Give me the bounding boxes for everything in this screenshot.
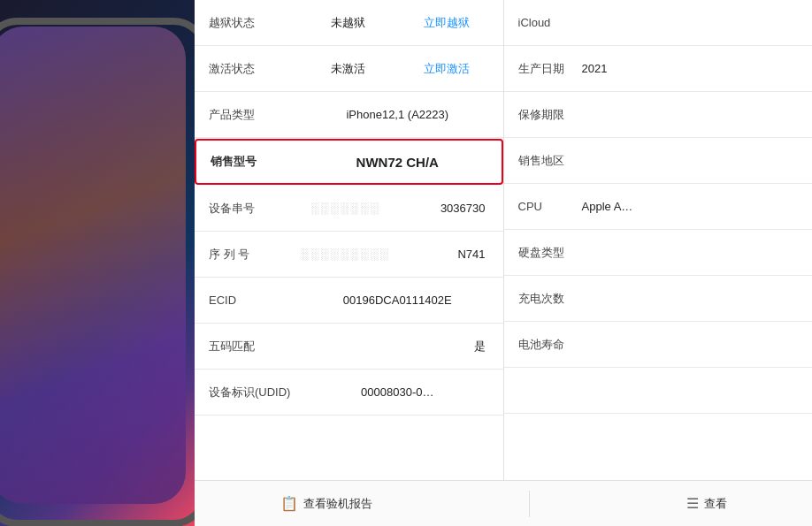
table-row: CPU Apple A… [504, 184, 813, 230]
row-label-icloud: iCloud [508, 16, 578, 29]
list-icon: ☰ [686, 495, 699, 512]
row-label-fivecode: 五码匹配 [202, 339, 299, 354]
table-row: 激活状态 未激活 立即激活 [195, 46, 503, 92]
table-row: 硬盘类型 [504, 230, 813, 276]
row-label-udid: 设备标识(UDID) [202, 385, 299, 400]
bottom-buttons-row: 📋 查看验机报告 ☰ 查看 [195, 480, 812, 526]
row-label-product-type: 产品类型 [202, 107, 299, 123]
row-label-cpu: CPU [508, 200, 578, 213]
phone-image-panel [0, 0, 195, 526]
row-value-activation: 未激活 [299, 61, 397, 77]
row-value-fivecode: 是 [299, 339, 496, 354]
left-column: 越狱状态 未越狱 立即越狱 激活状态 未激活 立即激活 产品类型 iPhone1… [195, 0, 504, 480]
right-column: iCloud 生产日期 2021 保修期限 销售地区 CPU Apple A… … [504, 0, 813, 480]
table-row: 电池寿命 [504, 322, 813, 368]
info-panel: 越狱状态 未越狱 立即越狱 激活状态 未激活 立即激活 产品类型 iPhone1… [195, 0, 812, 526]
row-label-warranty: 保修期限 [508, 107, 578, 123]
table-row: ECID 00196DCA0111402E [195, 278, 503, 324]
table-row-sale-model: 销售型号 NWN72 CH/A [195, 139, 503, 185]
table-row: 产品类型 iPhone12,1 (A2223) [195, 92, 503, 138]
view-label: 查看 [704, 496, 727, 512]
button-divider [529, 491, 530, 517]
table-row: 保修期限 [504, 92, 813, 138]
row-value-seq-end: N741 [392, 248, 495, 261]
table-row: 越狱状态 未越狱 立即越狱 [195, 0, 503, 46]
row-value-product-type: iPhone12,1 (A2223) [299, 108, 496, 121]
row-value-jailbreak: 未越狱 [299, 15, 397, 31]
row-value-serial: ░░░░░░░ [299, 202, 392, 215]
row-value-serial-end: 3036730 [392, 202, 495, 215]
row-label-jailbreak: 越狱状态 [202, 15, 299, 31]
row-label-seq: 序 列 号 [202, 247, 299, 263]
table-row [504, 368, 813, 414]
table-row: 序 列 号 ░░░░░░░░░ N741 [195, 232, 503, 278]
row-value-udid: 00008030-0… [299, 385, 496, 399]
view-report-button[interactable]: 📋 查看验机报告 [266, 488, 387, 519]
table-row: 充电次数 [504, 276, 813, 322]
row-value-sale-model: NWN72 CH/A [301, 155, 494, 170]
row-label-activation: 激活状态 [202, 61, 299, 77]
table-area: 越狱状态 未越狱 立即越狱 激活状态 未激活 立即激活 产品类型 iPhone1… [195, 0, 812, 480]
view-report-label: 查看验机报告 [303, 496, 372, 512]
row-label-charge-count: 充电次数 [508, 291, 578, 307]
table-row: 生产日期 2021 [504, 46, 813, 92]
row-value-cpu: Apple A… [578, 200, 806, 213]
row-label-sale-model: 销售型号 [203, 154, 301, 170]
row-label-manufacture-date: 生产日期 [508, 61, 578, 77]
table-row: 设备串号 ░░░░░░░ 3036730 [195, 186, 503, 232]
red-arrow-icon [195, 146, 201, 178]
link-activation[interactable]: 立即激活 [397, 61, 495, 77]
row-label-serial: 设备串号 [202, 201, 299, 217]
row-value-seq-blur: ░░░░░░░░░ [299, 248, 392, 261]
table-row: 销售地区 [504, 138, 813, 184]
row-value-ecid: 00196DCA0111402E [299, 293, 496, 307]
row-value-manufacture-date: 2021 [578, 62, 806, 75]
table-row: 五码匹配 是 [195, 324, 503, 370]
table-row: 设备标识(UDID) 00008030-0… [195, 370, 503, 415]
row-label-disk-type: 硬盘类型 [508, 245, 578, 261]
report-icon: 📋 [280, 495, 298, 512]
table-row: iCloud [504, 0, 813, 46]
row-label-sale-region: 销售地区 [508, 153, 578, 169]
row-label-battery-life: 电池寿命 [508, 337, 578, 353]
row-label-ecid: ECID [202, 293, 299, 307]
view-button[interactable]: ☰ 查看 [672, 488, 741, 519]
link-jailbreak[interactable]: 立即越狱 [397, 15, 495, 31]
